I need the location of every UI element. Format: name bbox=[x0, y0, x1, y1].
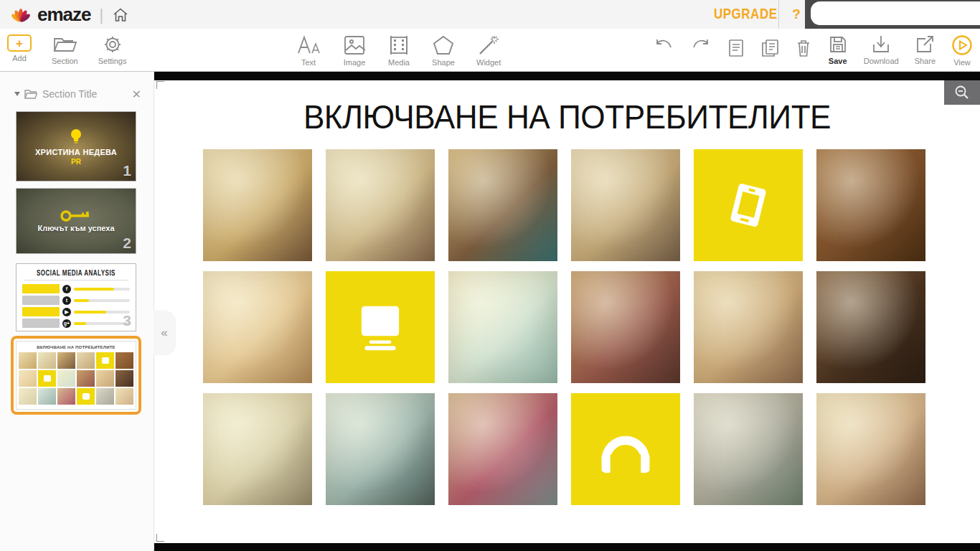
mini-photo-tile bbox=[96, 370, 114, 387]
redo-button[interactable] bbox=[690, 34, 712, 56]
section-button[interactable]: Section bbox=[52, 34, 78, 65]
download-button[interactable]: Download bbox=[864, 34, 899, 65]
widget-button[interactable]: Widget bbox=[476, 34, 501, 67]
editor-toolbar: + Add Section Settings bbox=[0, 29, 980, 72]
icon-tile-smartphone[interactable] bbox=[694, 149, 803, 261]
mini-icon-tile bbox=[38, 370, 56, 387]
headphones-icon bbox=[83, 393, 90, 400]
photo-tile-hands-holding-tablet-at-station[interactable] bbox=[326, 149, 435, 261]
share-button[interactable]: Share bbox=[915, 34, 936, 65]
social-label-box bbox=[22, 307, 60, 316]
slide-number: 2 bbox=[123, 235, 131, 252]
facebook-icon: f bbox=[62, 285, 71, 293]
text-button[interactable]: Text bbox=[296, 34, 321, 67]
copy-icon bbox=[727, 39, 745, 57]
progress-track bbox=[74, 299, 130, 302]
slide-thumbnail-3[interactable]: SOCIAL MEDIA ANALYSIS ft▶g+ 3 bbox=[16, 263, 136, 331]
mini-photo-tile bbox=[38, 352, 56, 369]
section-header: Section Title ✕ bbox=[0, 85, 154, 103]
slide-thumbnail-2[interactable]: Ключът към успеха 2 bbox=[16, 188, 136, 254]
redacted-user-info bbox=[811, 1, 980, 25]
zoom-out-button[interactable] bbox=[944, 80, 980, 105]
media-icon bbox=[387, 34, 410, 56]
progress-track bbox=[74, 288, 130, 291]
shape-button[interactable]: Shape bbox=[432, 34, 455, 67]
mini-photo-tile bbox=[19, 370, 37, 387]
photo-tile-father-and-son-reading-tablet[interactable] bbox=[816, 393, 925, 505]
slide-thumbnail-1[interactable]: ХРИСТИНА НЕДЕВА PR 1 bbox=[16, 111, 136, 182]
photo-tile-person-holding-rail-reading-phone-in-subway[interactable] bbox=[694, 393, 803, 505]
brand-name: emaze bbox=[37, 4, 91, 26]
add-button[interactable]: + Add bbox=[7, 34, 32, 65]
upgrade-button[interactable]: UPGRADE bbox=[714, 0, 778, 31]
slide-thumbnail-4-selected[interactable]: ВКЛЮЧВАНЕ НА ПОТРЕБИТЕЛИТЕ bbox=[11, 336, 141, 415]
photo-tile-woman-with-phone-in-bookstore[interactable] bbox=[571, 271, 680, 383]
mini-icon-tile bbox=[77, 388, 95, 405]
smartphone-icon bbox=[102, 357, 109, 364]
photo-tile-man-taking-photo-with-phone-on-street[interactable] bbox=[203, 149, 312, 261]
photo-tile-man-with-headphones-on-couch-with-tablet[interactable] bbox=[203, 393, 312, 505]
play-icon bbox=[951, 34, 973, 56]
photo-tile-smiling-man-glasses-blue-shirt-holding-tablet[interactable] bbox=[448, 271, 557, 383]
mini-photo-tile bbox=[57, 370, 75, 387]
emaze-logo-icon bbox=[10, 4, 32, 26]
slide-corner-marker bbox=[156, 534, 164, 542]
photo-tile-top-view-people-on-wooden-bench-with-laptops[interactable] bbox=[816, 149, 925, 261]
social-row-youtube: ▶ bbox=[17, 307, 136, 316]
duplicate-button[interactable] bbox=[760, 34, 779, 57]
duplicate-icon bbox=[760, 39, 779, 57]
share-icon bbox=[915, 34, 935, 55]
home-icon[interactable] bbox=[112, 6, 129, 24]
social-row-facebook: f bbox=[17, 284, 136, 293]
view-button[interactable]: View bbox=[951, 34, 973, 67]
progress-fill bbox=[74, 322, 86, 325]
mini-photo-tile bbox=[96, 388, 114, 405]
icon-tile-monitor[interactable] bbox=[326, 271, 435, 383]
close-icon[interactable]: ✕ bbox=[132, 88, 141, 101]
slide2-title: Ключът към успеха bbox=[37, 224, 114, 232]
image-icon bbox=[343, 34, 366, 56]
photo-tile-hand-with-phone-beside-coffee-cup-on-table[interactable] bbox=[816, 271, 925, 383]
section-folder-icon bbox=[24, 89, 37, 99]
brand[interactable]: emaze | bbox=[10, 4, 129, 26]
image-button[interactable]: Image bbox=[343, 34, 366, 67]
mini-icon-tile bbox=[96, 352, 114, 369]
folder-icon bbox=[52, 34, 77, 55]
slide1-subtitle: PR bbox=[71, 158, 81, 166]
photo-tile-woman-on-beach-chair-with-phone[interactable] bbox=[203, 271, 312, 383]
icon-tile-headphones[interactable] bbox=[571, 393, 680, 505]
photo-tile-businessman-in-suit-holding-coffee-cup[interactable] bbox=[326, 393, 435, 505]
divider bbox=[24, 280, 128, 281]
sidebar-collapse-handle[interactable]: « bbox=[154, 311, 175, 355]
save-button[interactable]: Save bbox=[828, 34, 848, 65]
headphones-icon bbox=[596, 423, 655, 476]
monitor-icon bbox=[352, 301, 409, 353]
copy-button[interactable] bbox=[727, 34, 745, 57]
save-icon bbox=[828, 34, 848, 55]
photo-tile-student-red-backpack-tablet-in-library[interactable] bbox=[448, 149, 557, 261]
progress-fill bbox=[74, 299, 89, 302]
slide-number: 1 bbox=[123, 162, 131, 179]
collapse-section-icon[interactable] bbox=[14, 92, 20, 96]
youtube-icon: ▶ bbox=[62, 308, 71, 316]
social-label-box bbox=[22, 319, 60, 328]
help-button[interactable]: ? bbox=[788, 0, 805, 29]
photo-tile-people-in-row-at-computers[interactable] bbox=[448, 393, 557, 505]
delete-button[interactable] bbox=[795, 34, 812, 57]
slide-heading[interactable]: ВКЛЮЧВАНЕ НА ПОТРЕБИТЕЛИТЕ bbox=[171, 98, 963, 136]
slides-sidebar: Section Title ✕ ХРИСТИНА НЕДЕВА PR 1 Клю… bbox=[0, 72, 154, 551]
slide4-title: ВКЛЮЧВАНЕ НА ПОТРЕБИТЕЛИТЕ bbox=[17, 342, 136, 349]
mini-photo-tile bbox=[38, 388, 56, 405]
social-row-twitter: t bbox=[17, 296, 136, 305]
media-button[interactable]: Media bbox=[387, 34, 410, 67]
trash-icon bbox=[795, 39, 812, 57]
social-label-box bbox=[22, 296, 60, 305]
settings-button[interactable]: Settings bbox=[98, 34, 127, 65]
mini-photo-tile bbox=[77, 352, 95, 369]
photo-tile-blonde-woman-hat-glasses-holding-coffee[interactable] bbox=[694, 271, 803, 383]
brand-separator: | bbox=[100, 6, 104, 24]
undo-button[interactable] bbox=[653, 34, 674, 56]
photo-tile-woman-sunglasses-selfie-by-harbor[interactable] bbox=[571, 149, 680, 261]
social-label-box bbox=[22, 284, 60, 293]
letterbox-bottom bbox=[154, 543, 980, 551]
